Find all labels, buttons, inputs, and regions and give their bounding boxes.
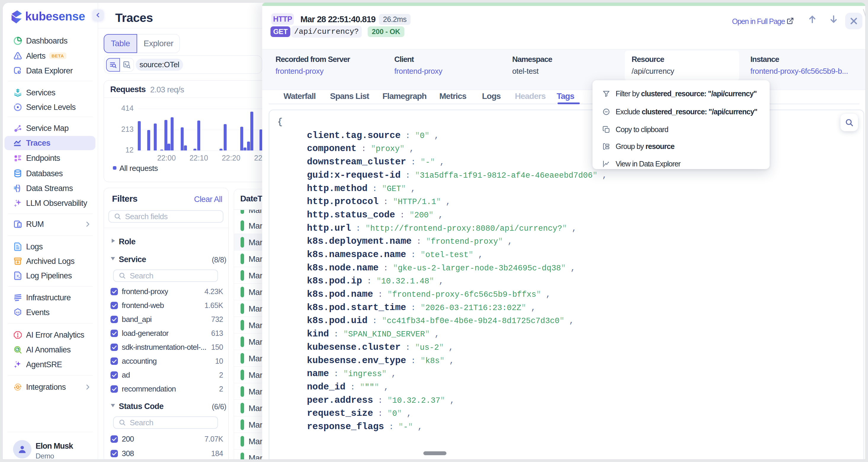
svg-text:K8: K8 bbox=[16, 311, 20, 314]
